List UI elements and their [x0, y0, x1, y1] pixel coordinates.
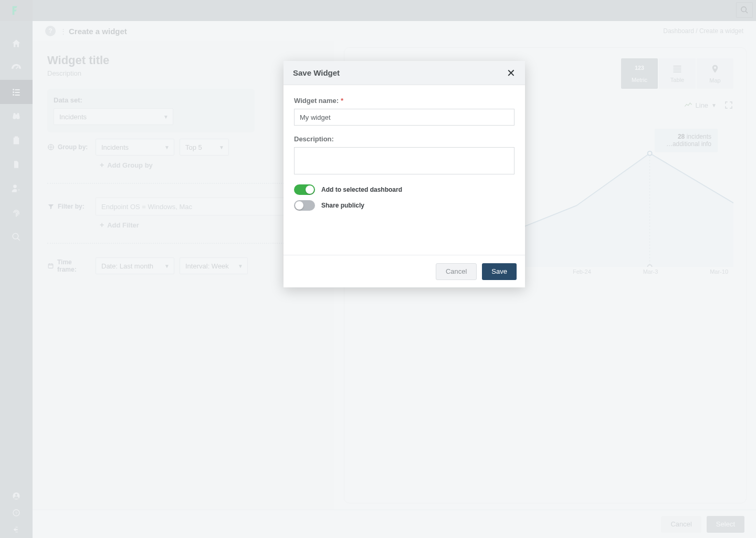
description-label: Description:	[294, 135, 514, 143]
description-textarea[interactable]	[294, 147, 514, 174]
widget-name-label: Widget name: *	[294, 97, 514, 105]
share-publicly-row: Share publicly	[294, 200, 514, 211]
required-star-icon: *	[341, 97, 343, 105]
add-to-dashboard-row: Add to selected dashboard	[294, 184, 514, 195]
modal-header: Save Widget ✕	[284, 61, 525, 85]
add-to-dashboard-toggle[interactable]	[294, 184, 315, 195]
add-to-dashboard-label: Add to selected dashboard	[321, 186, 402, 193]
modal-cancel-button[interactable]: Cancel	[436, 263, 477, 280]
modal-close-button[interactable]: ✕	[507, 67, 516, 79]
share-publicly-toggle[interactable]	[294, 200, 315, 211]
widget-name-input[interactable]	[294, 109, 514, 126]
modal-title: Save Widget	[293, 68, 340, 77]
modal-save-button[interactable]: Save	[482, 263, 517, 280]
share-publicly-label: Share publicly	[321, 202, 364, 209]
save-widget-modal: Save Widget ✕ Widget name: * Description…	[284, 61, 525, 287]
modal-footer: Cancel Save	[284, 255, 525, 287]
modal-body: Widget name: * Description: Add to selec…	[284, 85, 525, 255]
